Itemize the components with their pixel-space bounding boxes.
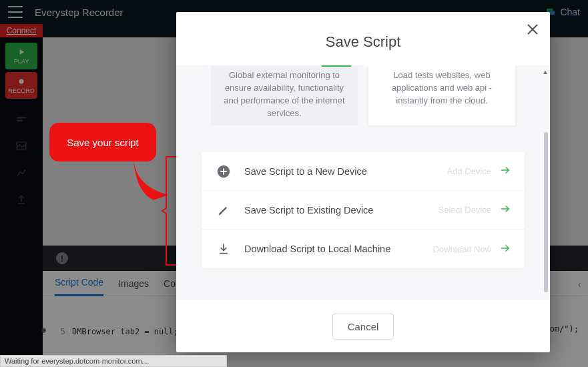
dialog-title: Save Script	[176, 33, 550, 51]
dialog-scrollbar[interactable]	[544, 132, 548, 292]
status-text: Waiting for everystep.dotcom-monitor.com…	[5, 357, 148, 365]
option-card-monitoring-text: Global external monitoring to ensure ava…	[224, 70, 344, 118]
close-button[interactable]	[525, 21, 541, 37]
dialog-body: ▲ Global external monitoring to ensure a…	[176, 65, 550, 300]
action-label: Save Script to Existing Device	[244, 205, 438, 216]
arrow-right-icon	[499, 203, 511, 217]
save-actions-list: Save Script to a New Device Add Device S…	[202, 152, 525, 268]
action-save-existing-device[interactable]: Save Script to Existing Device Select De…	[202, 191, 525, 230]
arrow-right-icon	[499, 164, 511, 178]
cancel-button[interactable]: Cancel	[332, 314, 394, 340]
arrow-right-icon	[499, 242, 511, 256]
action-save-new-device[interactable]: Save Script to a New Device Add Device	[202, 152, 525, 191]
action-hint: Download Now	[433, 244, 491, 254]
action-label: Download Script to Local Machine	[244, 244, 433, 254]
status-bar: Waiting for everystep.dotcom-monitor.com…	[0, 355, 227, 367]
active-tab-indicator	[322, 65, 351, 67]
plus-circle-icon	[215, 163, 232, 180]
action-label: Save Script to a New Device	[244, 166, 447, 177]
close-icon	[525, 21, 541, 37]
scroll-up-caret-icon[interactable]: ▲	[542, 68, 549, 75]
option-card-monitoring[interactable]: Global external monitoring to ensure ava…	[211, 65, 358, 125]
hint-text: Save your script	[67, 137, 139, 148]
option-card-loadtest[interactable]: Load tests websites, web applications an…	[368, 65, 515, 125]
pencil-icon	[215, 202, 232, 219]
action-hint: Add Device	[447, 166, 491, 176]
dialog-footer: Cancel	[176, 300, 550, 352]
action-hint: Select Device	[438, 205, 491, 215]
download-icon	[215, 240, 232, 258]
hint-callout: Save your script	[49, 123, 156, 161]
option-card-loadtest-text: Load tests websites, web applications an…	[392, 70, 492, 105]
action-download-local[interactable]: Download Script to Local Machine Downloa…	[202, 230, 525, 268]
save-script-dialog: Save Script ▲ Global external monitoring…	[176, 12, 550, 352]
